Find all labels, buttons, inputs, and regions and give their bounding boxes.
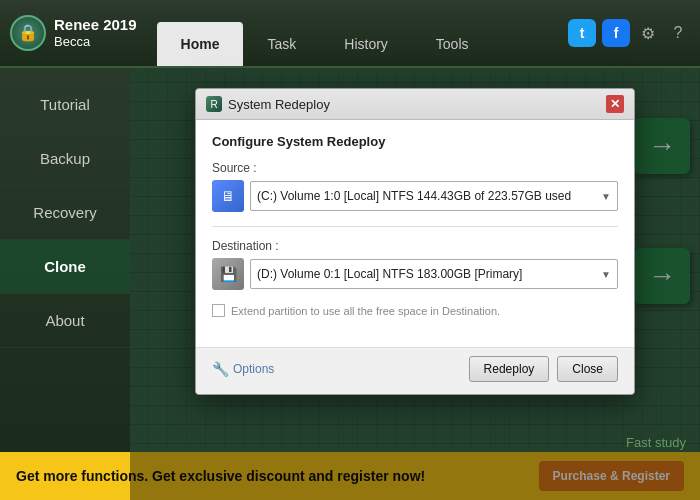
content-area: → → Fast study R System Redeploy ✕ Confi…	[130, 68, 700, 500]
source-dropdown-arrow: ▼	[601, 191, 611, 202]
nav-tabs: Home Task History Tools	[147, 0, 568, 66]
app-subtitle: Becca	[54, 34, 137, 51]
tab-tools[interactable]: Tools	[412, 22, 493, 66]
options-label: Options	[233, 362, 274, 376]
modal-body: Configure System Redeploy Source : 🖥 (C:…	[196, 120, 634, 347]
main-content: Tutorial Backup Recovery Clone About → →…	[0, 68, 700, 500]
source-dropdown-value: (C:) Volume 1:0 [Local] NTFS 144.43GB of…	[257, 189, 571, 203]
tab-home[interactable]: Home	[157, 22, 244, 66]
modal-title-area: R System Redeploy	[206, 96, 330, 112]
destination-dropdown-value: (D:) Volume 0:1 [Local] NTFS 183.00GB [P…	[257, 267, 522, 281]
sidebar-item-about[interactable]: About	[0, 294, 130, 348]
footer-buttons: Redeploy Close	[469, 356, 618, 382]
logo-icon: 🔒	[10, 15, 46, 51]
tab-task[interactable]: Task	[243, 22, 320, 66]
redeploy-button[interactable]: Redeploy	[469, 356, 550, 382]
sidebar-item-recovery[interactable]: Recovery	[0, 186, 130, 240]
facebook-button[interactable]: f	[602, 19, 630, 47]
separator	[212, 226, 618, 227]
destination-label: Destination :	[212, 239, 618, 253]
tab-history[interactable]: History	[320, 22, 412, 66]
sidebar-item-backup[interactable]: Backup	[0, 132, 130, 186]
extend-partition-row: Extend partition to use all the free spa…	[212, 304, 618, 317]
twitter-button[interactable]: t	[568, 19, 596, 47]
options-icon: 🔧	[212, 361, 228, 377]
logo-text: Renee 2019 Becca	[54, 15, 137, 51]
header-icons: t f ⚙ ?	[568, 19, 700, 47]
source-dropdown[interactable]: (C:) Volume 1:0 [Local] NTFS 144.43GB of…	[250, 181, 618, 211]
destination-drive-icon: 💾	[212, 258, 244, 290]
destination-dropdown-row: 💾 (D:) Volume 0:1 [Local] NTFS 183.00GB …	[212, 258, 618, 290]
source-label: Source :	[212, 161, 618, 175]
modal-overlay: R System Redeploy ✕ Configure System Red…	[130, 68, 700, 500]
close-button[interactable]: Close	[557, 356, 618, 382]
settings-icon[interactable]: ⚙	[636, 21, 660, 45]
options-button[interactable]: 🔧 Options	[212, 361, 274, 377]
destination-dropdown[interactable]: (D:) Volume 0:1 [Local] NTFS 183.00GB [P…	[250, 259, 618, 289]
modal-subtitle: Configure System Redeploy	[212, 134, 618, 149]
help-icon[interactable]: ?	[666, 21, 690, 45]
modal-close-button[interactable]: ✕	[606, 95, 624, 113]
extend-partition-checkbox[interactable]	[212, 304, 225, 317]
sidebar: Tutorial Backup Recovery Clone About	[0, 68, 130, 500]
extend-partition-label: Extend partition to use all the free spa…	[231, 305, 500, 317]
sidebar-item-tutorial[interactable]: Tutorial	[0, 78, 130, 132]
logo-area: 🔒 Renee 2019 Becca	[0, 15, 147, 51]
source-drive-icon: 🖥	[212, 180, 244, 212]
app-name: Renee 2019	[54, 15, 137, 35]
system-redeploy-dialog: R System Redeploy ✕ Configure System Red…	[195, 88, 635, 395]
app-header: 🔒 Renee 2019 Becca Home Task History Too…	[0, 0, 700, 68]
modal-title-icon: R	[206, 96, 222, 112]
modal-footer: 🔧 Options Redeploy Close	[196, 347, 634, 394]
modal-title: System Redeploy	[228, 97, 330, 112]
modal-header: R System Redeploy ✕	[196, 89, 634, 120]
destination-dropdown-arrow: ▼	[601, 269, 611, 280]
source-dropdown-row: 🖥 (C:) Volume 1:0 [Local] NTFS 144.43GB …	[212, 180, 618, 212]
sidebar-item-clone[interactable]: Clone	[0, 240, 130, 294]
